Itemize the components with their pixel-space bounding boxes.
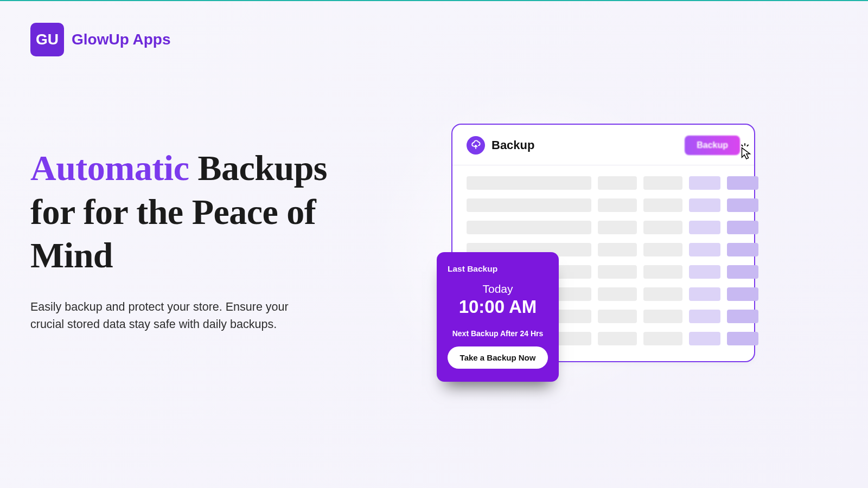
- last-backup-time: 10:00 AM: [448, 297, 548, 317]
- hero-headline: Automatic Backups for for the Peace of M…: [30, 146, 367, 278]
- hero-accent-word: Automatic: [30, 148, 189, 188]
- brand-logo-text: GU: [36, 31, 59, 48]
- backup-button[interactable]: Backup: [685, 136, 740, 155]
- take-backup-now-button[interactable]: Take a Backup Now: [448, 346, 548, 369]
- next-backup-text: Next Backup After 24 Hrs: [448, 329, 548, 338]
- hero-rest-line1: Backups: [189, 148, 327, 188]
- cursor-pointer-icon: [738, 143, 753, 160]
- brand-logo-icon: GU: [30, 23, 64, 56]
- hero-text: Automatic Backups for for the Peace of M…: [30, 146, 367, 333]
- brand-name: GlowUp Apps: [72, 31, 171, 48]
- table-row: [467, 221, 740, 234]
- svg-line-0: [742, 145, 743, 146]
- last-backup-label: Last Backup: [448, 264, 548, 274]
- backup-panel-title: Backup: [492, 138, 534, 152]
- cloud-upload-icon: [467, 136, 485, 155]
- svg-line-2: [747, 145, 749, 146]
- backup-panel-header: Backup Backup: [452, 125, 754, 165]
- backup-button-wrap: Backup: [685, 136, 740, 155]
- backup-panel-title-wrap: Backup: [467, 136, 534, 155]
- table-row: [467, 198, 740, 212]
- last-backup-card: Last Backup Today 10:00 AM Next Backup A…: [437, 252, 559, 382]
- brand: GU GlowUp Apps: [30, 23, 171, 56]
- table-row: [467, 176, 740, 190]
- last-backup-day: Today: [448, 282, 548, 296]
- hero-subtext: Easily backup and protect your store. En…: [30, 298, 323, 333]
- hero-rest-line2: for for the Peace of Mind: [30, 192, 316, 275]
